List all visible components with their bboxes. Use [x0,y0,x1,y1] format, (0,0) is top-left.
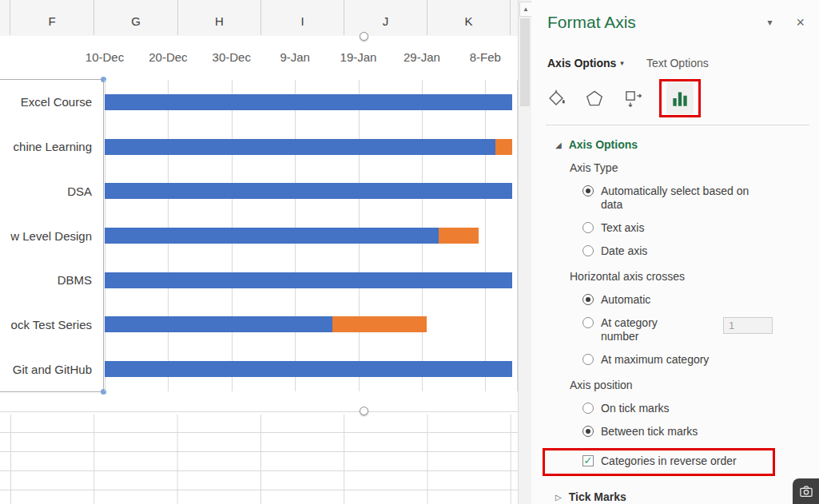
x-axis-label[interactable]: 19-Jan [340,50,377,64]
label-horizontal-axis-crosses: Horizontal axis crosses [570,270,819,284]
option-label: At maximum category [601,353,709,367]
axis-options-chart-icon[interactable] [666,82,694,114]
radio-icon [582,222,594,233]
column-header[interactable]: J [344,0,427,35]
format-axis-pane: Format Axis ▾ × Axis Options▾ Text Optio… [531,0,819,504]
sheet-gridlines [0,415,519,504]
x-axis-label[interactable]: 8-Feb [470,50,501,64]
column-header[interactable]: K [427,0,511,35]
radio-icon [582,354,594,365]
radio-icon [582,185,594,196]
checkmark-icon: ✓ [584,455,593,466]
category-axis-label[interactable]: Excel Course [0,80,103,125]
column-header[interactable]: F [10,0,94,35]
camera-icon[interactable] [793,478,819,504]
plot-area [105,80,518,391]
bar-segment-bar-orange[interactable] [332,316,427,332]
checkbox-icon: ✓ [582,455,594,466]
vertical-scrollbar[interactable]: ▲ [518,0,531,504]
option-label: At category number [601,316,690,343]
radio-on-tick-marks[interactable]: On tick marks [582,402,773,415]
radio-at-category-number[interactable]: At category number [582,316,773,343]
radio-text-axis[interactable]: Text axis [582,221,773,235]
divider [546,125,809,125]
option-label: On tick marks [601,402,670,415]
bar-segment-bar-blue[interactable] [105,272,512,288]
category-axis-label[interactable]: Git and GitHub [0,347,103,391]
bar-segment-bar-orange[interactable] [439,228,479,244]
chart-resize-handle[interactable] [360,32,368,41]
column-header[interactable]: H [178,0,261,35]
x-axis-label[interactable]: 10-Dec [85,50,124,64]
category-axis-label[interactable]: chine Learning [0,125,103,169]
radio-icon [582,317,594,328]
section-axis-options-title: Axis Options [569,138,638,151]
radio-between-tick-marks[interactable]: Between tick marks [582,425,773,439]
x-axis-label[interactable]: 30-Dec [213,50,251,64]
bar-row [105,213,517,258]
fill-line-icon[interactable] [543,82,570,114]
chevron-down-icon: ▾ [620,59,624,67]
radio-date-axis[interactable]: Date axis [582,244,773,258]
section-axis-options[interactable]: ◢ Axis Options [555,138,819,151]
pane-tabs: Axis Options▾ Text Options [547,57,819,69]
radio-icon [582,245,594,256]
category-axis-label[interactable]: w Level Design [0,213,103,258]
bar-row [105,347,517,391]
bar-row [105,80,517,125]
radio-automatic[interactable]: Automatic [582,293,773,307]
x-axis-label[interactable]: 9-Jan [280,50,310,64]
section-tick-marks[interactable]: ▷ Tick Marks [555,490,819,503]
radio-automatically-select[interactable]: Automatically select based on data [582,185,773,212]
effects-icon[interactable] [581,82,608,114]
x-axis-label[interactable]: 20-Dec [149,50,187,64]
gantt-chart[interactable]: 10-Dec20-Dec30-Dec9-Jan19-Jan29-Jan8-Feb… [0,36,519,412]
category-number-input [723,317,773,334]
option-label: Automatically select based on data [601,185,773,212]
pane-title: Format Axis [547,12,767,33]
tab-text-options[interactable]: Text Options [646,57,709,69]
option-label: Date axis [601,244,647,258]
x-axis-tick-labels[interactable]: 10-Dec20-Dec30-Dec9-Jan19-Jan29-Jan8-Feb [105,50,517,65]
highlight-box-categories-reverse: ✓ Categories in reverse order [543,448,775,476]
category-axis-label[interactable]: ock Test Series [0,303,103,347]
size-properties-icon[interactable] [619,82,646,114]
label-axis-type: Axis Type [570,161,819,175]
column-headers: FGHIJK [0,0,519,37]
radio-at-maximum-category[interactable]: At maximum category [582,353,773,367]
column-header[interactable]: I [261,0,344,35]
bar-segment-bar-blue[interactable] [105,183,512,199]
pane-controls: ▾ × [767,12,805,30]
category-axis-label[interactable]: DSA [0,169,103,213]
pane-icon-tabs [543,77,819,119]
chart-resize-handle[interactable] [360,407,368,415]
collapse-triangle-icon: ◢ [555,141,562,149]
close-icon[interactable]: × [796,15,805,30]
bar-segment-bar-blue[interactable] [105,361,512,377]
column-header[interactable]: G [94,0,178,35]
tab-axis-options[interactable]: Axis Options▾ [547,57,624,69]
bar-segment-bar-blue[interactable] [105,94,512,110]
category-axis-labels[interactable]: Excel Coursechine LearningDSAw Level Des… [0,79,104,392]
category-axis-label[interactable]: DBMS [0,258,103,303]
bar-segment-bar-blue[interactable] [105,228,439,244]
column-header[interactable] [0,0,10,35]
scroll-up-button[interactable]: ▲ [519,2,532,17]
bar-row [105,258,517,303]
spreadsheet: FGHIJK 10-Dec20-Dec30-Dec9-Jan19-Jan29-J… [0,0,518,504]
checkbox-categories-reverse[interactable]: ✓ Categories in reverse order [582,454,768,468]
option-label: Categories in reverse order [601,454,737,468]
pane-menu-caret-icon[interactable]: ▾ [767,17,772,28]
scrollbar-thumb[interactable] [520,18,530,106]
x-axis-label[interactable]: 29-Jan [404,50,440,64]
highlight-box-chart-icon [659,79,701,117]
option-label: Text axis [601,221,644,235]
bar-segment-bar-blue[interactable] [105,139,495,155]
excel-window: FGHIJK 10-Dec20-Dec30-Dec9-Jan19-Jan29-J… [0,0,819,504]
up-arrow-icon: ▲ [523,6,529,13]
expand-triangle-icon: ▷ [555,493,562,502]
section-tick-marks-title: Tick Marks [569,490,626,503]
label-axis-position: Axis position [570,379,819,392]
bar-segment-bar-blue[interactable] [105,316,332,332]
bar-segment-bar-orange[interactable] [495,139,512,155]
